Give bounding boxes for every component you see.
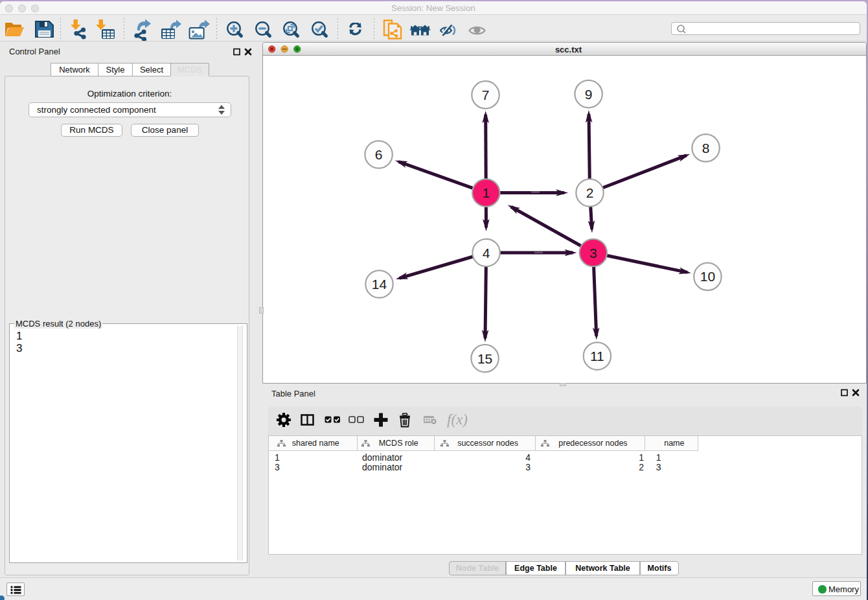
svg-text:1: 1: [482, 185, 490, 200]
svg-text:8: 8: [702, 141, 710, 156]
svg-text:10: 10: [700, 269, 715, 284]
svg-text:15: 15: [477, 351, 492, 366]
svg-text:9: 9: [585, 87, 593, 102]
svg-text:14: 14: [372, 277, 387, 292]
svg-text:4: 4: [483, 246, 490, 260]
svg-text:3: 3: [589, 246, 597, 260]
svg-text:7: 7: [482, 87, 490, 102]
svg-text:6: 6: [375, 147, 383, 162]
svg-text:11: 11: [590, 349, 604, 363]
svg-text:2: 2: [586, 185, 594, 200]
